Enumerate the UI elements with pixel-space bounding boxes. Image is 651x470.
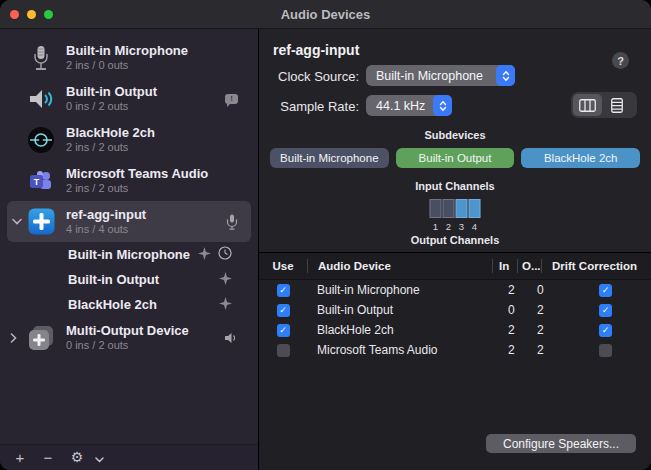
sample-rate-popup[interactable]: 44.1 kHz xyxy=(366,95,451,116)
alert-bubble-icon: ! xyxy=(225,94,238,104)
subdevices-title: Subdevices xyxy=(259,129,651,141)
sidebar-toolbar: + − ⚙ xyxy=(0,444,258,470)
channel-block-2 xyxy=(443,199,455,218)
sidebar-item-built-in-microphone[interactable]: Built-in Microphone 2 ins / 0 outs xyxy=(0,37,258,78)
channel-block-4 xyxy=(469,199,481,218)
device-title: Built-in Output xyxy=(66,84,225,99)
device-subtitle: 0 ins / 2 outs xyxy=(66,100,225,113)
drift-correction-checkbox[interactable] xyxy=(599,284,612,297)
row-in: 2 xyxy=(502,283,533,297)
sidebar-item-built-in-output[interactable]: Built-in Output 0 ins / 2 outs ! xyxy=(0,78,258,119)
table-row[interactable]: Built-in Microphone 2 0 xyxy=(259,280,651,300)
columns-icon xyxy=(579,99,596,112)
titlebar[interactable]: Audio Devices xyxy=(0,0,651,29)
subdevice-pill-blackhole-2ch[interactable]: BlackHole 2ch xyxy=(521,148,640,168)
gear-menu-button[interactable]: ⚙ xyxy=(68,450,86,465)
sidebar-item-microsoft-teams-audio[interactable]: T Microsoft Teams Audio 2 ins / 2 outs xyxy=(0,160,258,201)
chevron-down-icon[interactable] xyxy=(7,218,26,225)
panel-title: ref-agg-input xyxy=(273,42,359,58)
input-channel-labels: 1 2 3 4 xyxy=(430,221,481,232)
header-use[interactable]: Use xyxy=(259,259,307,273)
clock-source-icon xyxy=(218,246,232,264)
device-subtitle: 2 ins / 2 outs xyxy=(66,141,258,154)
use-checkbox[interactable] xyxy=(277,304,290,317)
stepper-chevrons-icon xyxy=(496,65,515,86)
drift-correction-checkbox[interactable] xyxy=(599,324,612,337)
row-device: Built-in Output xyxy=(307,303,502,317)
zoom-button[interactable] xyxy=(44,10,53,19)
microphone-icon xyxy=(26,43,56,73)
sidebar-item-blackhole-2ch[interactable]: BlackHole 2ch 2 ins / 2 outs xyxy=(0,119,258,160)
rows-icon xyxy=(611,98,623,113)
speaker-icon xyxy=(26,84,56,114)
table-header: Use Audio Device In O... Drift Correctio… xyxy=(259,253,651,280)
table-row[interactable]: Microsoft Teams Audio 2 2 xyxy=(259,340,651,360)
device-title: Multi-Output Device xyxy=(66,323,224,338)
svg-text:T: T xyxy=(34,177,40,187)
use-checkbox[interactable] xyxy=(277,324,290,337)
subdevice-pills: Built-in Microphone Built-in Output Blac… xyxy=(270,148,640,168)
use-checkbox[interactable] xyxy=(277,284,290,297)
stepper-chevrons-icon xyxy=(433,95,452,116)
device-detail-panel: ref-agg-input ? Clock Source: Built-in M… xyxy=(259,29,651,470)
row-out: 2 xyxy=(533,343,561,357)
activity-spark-icon xyxy=(219,271,232,289)
window-title: Audio Devices xyxy=(0,7,651,22)
speaker-badge-icon xyxy=(224,332,238,344)
view-mode-segmented-control xyxy=(571,92,637,118)
gear-menu-chevron-icon[interactable] xyxy=(92,450,106,465)
drift-correction-checkbox[interactable] xyxy=(599,344,612,357)
header-audio-device[interactable]: Audio Device xyxy=(307,259,492,273)
row-out: 2 xyxy=(533,303,561,317)
close-button[interactable] xyxy=(10,10,19,19)
sample-rate-label: Sample Rate: xyxy=(259,99,359,114)
configure-speakers-button[interactable]: Configure Speakers... xyxy=(486,434,636,453)
row-in: 0 xyxy=(502,303,533,317)
header-in[interactable]: In xyxy=(492,259,517,273)
input-channel-meter xyxy=(430,199,481,218)
subdevice-pill-built-in-output[interactable]: Built-in Output xyxy=(396,148,515,168)
columns-view-button[interactable] xyxy=(573,94,602,116)
activity-spark-icon xyxy=(198,246,211,264)
output-channels-title: Output Channels xyxy=(259,234,651,246)
drift-correction-checkbox[interactable] xyxy=(599,304,612,317)
blackhole-icon xyxy=(26,125,56,155)
header-drift-correction[interactable]: Drift Correction xyxy=(541,259,651,273)
table-row[interactable]: Built-in Output 0 2 xyxy=(259,300,651,320)
channel-block-3 xyxy=(456,199,468,218)
multi-output-device-icon xyxy=(26,323,56,353)
header-out[interactable]: O... xyxy=(517,259,541,273)
use-checkbox[interactable] xyxy=(277,344,290,357)
clock-source-label: Clock Source: xyxy=(259,69,359,84)
subdevice-item-blackhole-2ch[interactable]: BlackHole 2ch xyxy=(0,292,258,317)
device-subtitle: 2 ins / 0 outs xyxy=(66,59,258,72)
aggregate-device-icon xyxy=(26,207,56,237)
channel-block-1 xyxy=(430,199,442,218)
add-device-button[interactable]: + xyxy=(12,450,28,465)
subdevice-pill-built-in-microphone[interactable]: Built-in Microphone xyxy=(270,148,389,168)
subdevice-item-built-in-microphone[interactable]: Built-in Microphone xyxy=(0,242,258,267)
remove-device-button[interactable]: − xyxy=(40,450,56,465)
row-out: 2 xyxy=(533,323,561,337)
device-subtitle: 2 ins / 2 outs xyxy=(66,182,258,195)
microphone-badge-icon xyxy=(226,214,238,230)
chevron-right-icon[interactable] xyxy=(0,333,26,343)
teams-icon: T xyxy=(26,166,56,196)
device-title: ref-agg-input xyxy=(66,207,226,222)
audio-devices-window: Audio Devices Built-in Microphone 2 ins … xyxy=(0,0,651,470)
device-subtitle: 0 ins / 2 outs xyxy=(66,339,224,352)
table-row[interactable]: BlackHole 2ch 2 2 xyxy=(259,320,651,340)
device-subtitle: 4 ins / 4 outs xyxy=(66,223,226,236)
device-title: BlackHole 2ch xyxy=(66,125,258,140)
device-sidebar: Built-in Microphone 2 ins / 0 outs Built… xyxy=(0,29,259,470)
row-in: 2 xyxy=(502,343,533,357)
device-list: Built-in Microphone 2 ins / 0 outs Built… xyxy=(0,29,258,444)
help-button[interactable]: ? xyxy=(612,52,629,69)
subdevice-item-built-in-output[interactable]: Built-in Output xyxy=(0,267,258,292)
rows-view-button[interactable] xyxy=(602,94,631,116)
clock-source-popup[interactable]: Built-in Microphone xyxy=(366,65,515,86)
sidebar-item-ref-agg-input[interactable]: ref-agg-input 4 ins / 4 outs xyxy=(7,201,251,242)
minimize-button[interactable] xyxy=(27,10,36,19)
sidebar-item-multi-output-device[interactable]: Multi-Output Device 0 ins / 2 outs xyxy=(0,317,258,358)
traffic-lights xyxy=(10,10,53,19)
